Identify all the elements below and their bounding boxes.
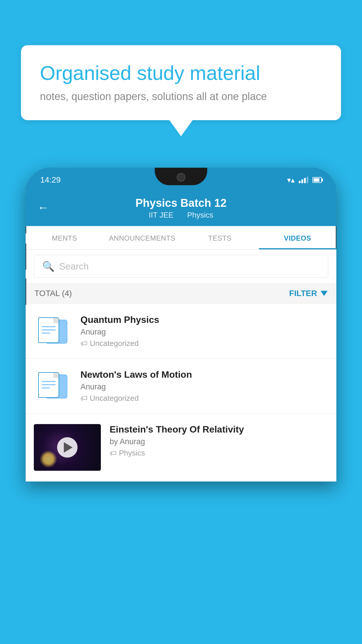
- video-author: Anurag: [80, 382, 328, 391]
- status-time: 14:29: [40, 175, 61, 185]
- speech-bubble: Organised study material notes, question…: [21, 45, 341, 120]
- video-title: Newton's Laws of Motion: [80, 369, 328, 380]
- list-item[interactable]: Newton's Laws of Motion Anurag 🏷 Uncateg…: [26, 359, 336, 414]
- tag-icon: 🏷: [80, 394, 87, 402]
- video-author: by Anurag: [110, 437, 328, 446]
- tag-label: Uncategorized: [90, 394, 139, 403]
- status-icons: ▾▴: [287, 176, 322, 185]
- tab-announcements[interactable]: ANNOUNCEMENTS: [103, 226, 181, 249]
- tag-label: Physics: [119, 449, 145, 458]
- app-screen: ← Physics Batch 12 IIT JEE Physics MENTS…: [26, 189, 336, 482]
- folder-icon: [38, 372, 67, 398]
- search-container: 🔍 Search: [26, 250, 336, 283]
- header-subtitle: IIT JEE Physics: [136, 211, 227, 220]
- tab-tests[interactable]: TESTS: [181, 226, 259, 249]
- doc-line: [42, 387, 50, 388]
- tab-videos[interactable]: VIDEOS: [259, 226, 337, 249]
- speech-bubble-title: Organised study material: [40, 61, 322, 85]
- tab-documents[interactable]: MENTS: [26, 226, 103, 249]
- doc-lines: [42, 381, 56, 391]
- back-button[interactable]: ←: [37, 201, 49, 214]
- phone-outer: 14:29 ▾▴ ←: [26, 168, 336, 644]
- search-bar[interactable]: 🔍 Search: [34, 255, 328, 278]
- phone-frame: 14:29 ▾▴ ←: [26, 168, 336, 482]
- total-count: TOTAL (4): [34, 289, 72, 298]
- video-title: Einstein's Theory Of Relativity: [110, 424, 328, 435]
- doc-line: [42, 384, 56, 385]
- video-tag: 🏷 Uncategorized: [80, 339, 328, 348]
- video-tag: 🏷 Physics: [110, 449, 328, 458]
- header-title: Physics Batch 12: [136, 197, 227, 209]
- video-item-info: Einstein's Theory Of Relativity by Anura…: [110, 424, 328, 458]
- tag-icon: 🏷: [110, 449, 117, 457]
- filter-bar: TOTAL (4) FILTER: [26, 283, 336, 304]
- doc-lines: [42, 326, 56, 336]
- header-subtitle-part2: Physics: [187, 211, 213, 219]
- tag-icon: 🏷: [80, 340, 87, 348]
- app-header: ← Physics Batch 12 IIT JEE Physics: [26, 189, 336, 226]
- list-item[interactable]: Quantum Physics Anurag 🏷 Uncategorized: [26, 304, 336, 359]
- video-item-info: Newton's Laws of Motion Anurag 🏷 Uncateg…: [80, 369, 328, 403]
- video-list: Quantum Physics Anurag 🏷 Uncategorized: [26, 304, 336, 482]
- speech-bubble-container: Organised study material notes, question…: [21, 45, 341, 136]
- play-button[interactable]: [57, 437, 78, 458]
- battery-icon: [312, 177, 322, 183]
- phone-camera: [177, 173, 185, 182]
- doc-line: [42, 329, 56, 330]
- video-thumbnail-1: [34, 314, 72, 346]
- doc-front: [38, 317, 59, 343]
- search-placeholder: Search: [59, 261, 89, 272]
- video-title: Quantum Physics: [80, 314, 328, 325]
- search-icon: 🔍: [42, 260, 55, 272]
- tag-label: Uncategorized: [90, 339, 139, 348]
- doc-line: [42, 332, 50, 334]
- filter-button[interactable]: FILTER: [289, 289, 328, 298]
- signal-icon: [299, 177, 308, 183]
- filter-label: FILTER: [289, 289, 317, 298]
- filter-funnel-icon: [321, 291, 328, 296]
- speech-bubble-arrow: [169, 120, 193, 136]
- doc-line: [42, 381, 56, 382]
- volume-down-button: [26, 279, 26, 305]
- video-author: Anurag: [80, 328, 328, 337]
- tab-bar: MENTS ANNOUNCEMENTS TESTS VIDEOS: [26, 226, 336, 250]
- video-thumbnail-3: [34, 424, 101, 471]
- doc-front: [38, 372, 59, 398]
- play-triangle-icon: [64, 442, 73, 453]
- wifi-icon: ▾▴: [287, 176, 295, 185]
- video-thumbnail-2: [34, 369, 72, 401]
- header-center: Physics Batch 12 IIT JEE Physics: [136, 197, 227, 220]
- doc-line: [42, 326, 56, 327]
- speech-bubble-subtitle: notes, question papers, solutions all at…: [40, 90, 322, 103]
- header-subtitle-part1: IIT JEE: [149, 211, 173, 219]
- video-item-info: Quantum Physics Anurag 🏷 Uncategorized: [80, 314, 328, 348]
- list-item[interactable]: Einstein's Theory Of Relativity by Anura…: [26, 414, 336, 482]
- video-tag: 🏷 Uncategorized: [80, 394, 328, 403]
- phone-notch: [155, 168, 207, 185]
- folder-icon: [38, 317, 67, 344]
